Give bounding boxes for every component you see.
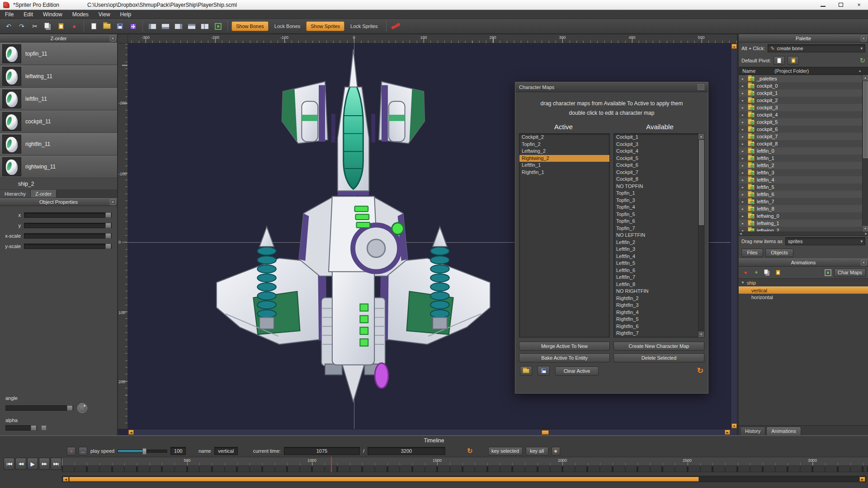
active-list-item[interactable]: Leftwing_2 (519, 148, 609, 155)
available-list-item[interactable]: Cockpit_4 (614, 148, 704, 155)
undo-icon[interactable]: ↶ (3, 20, 14, 32)
zorder-item[interactable]: topfin_11 (0, 42, 117, 65)
play-button[interactable]: ▶ (27, 458, 38, 470)
expand-icon[interactable]: ▸ (742, 84, 745, 88)
create-bone-dropdown[interactable]: ✎ create bone ▾ (768, 44, 865, 52)
folder-row[interactable]: ▸leftfin_2 (739, 162, 868, 169)
expand-icon[interactable]: ▸ (742, 221, 745, 225)
objects-button[interactable]: Objects (765, 249, 793, 257)
folder-row[interactable]: ▸leftwing_2 (739, 227, 868, 231)
folder-row[interactable]: ▸leftfin_8 (739, 205, 868, 212)
redo-icon[interactable]: ↷ (16, 20, 28, 32)
lock-bones-toggle[interactable]: Lock Bones (270, 21, 305, 31)
available-list-item[interactable]: Leftfin_6 (614, 267, 704, 274)
folder-row[interactable]: ▸cockpit_3 (739, 104, 868, 111)
available-list-item[interactable]: Topfin_7 (614, 225, 704, 232)
active-list-item-selected[interactable]: Rightwing_2 (519, 155, 609, 162)
char-maps-button[interactable]: Char Maps (834, 268, 866, 277)
collapse-icon[interactable]: ▼ (741, 281, 745, 285)
expand-icon[interactable]: ▸ (742, 77, 745, 81)
record-icon[interactable]: ● (68, 20, 80, 32)
angle-slider[interactable] (5, 405, 73, 411)
save-charmap-button[interactable] (538, 366, 550, 375)
refresh-icon[interactable]: ↻ (859, 56, 865, 65)
dialog-close-button[interactable] (698, 84, 704, 90)
available-list-scrollbar[interactable]: ▲ ▼ (698, 134, 704, 337)
available-list-item[interactable]: Rightfin_2 (614, 295, 704, 302)
scroll-down-icon[interactable]: ▼ (698, 332, 704, 337)
options-button[interactable]: ... (79, 447, 87, 455)
canvas-vertical-scrollbar[interactable]: ▲ ▼ (731, 43, 737, 429)
folder-row[interactable]: ▸leftfin_3 (739, 169, 868, 176)
clear-active-button[interactable]: Clear Active (555, 366, 599, 375)
animation-length-icon[interactable] (774, 268, 783, 277)
expand-icon[interactable]: ▸ (742, 207, 745, 211)
go-to-end-button[interactable]: ▶▶| (51, 458, 61, 470)
available-list-item[interactable]: NO RIGHTFIN (614, 288, 704, 295)
zorder-item[interactable]: leftfin_11 (0, 88, 117, 110)
scroll-left-icon[interactable]: ◀ (128, 430, 134, 435)
expand-icon[interactable]: ▸ (742, 142, 745, 146)
ship-sprite[interactable] (212, 47, 495, 404)
show-sprites-toggle[interactable]: Show Sprites (306, 21, 344, 31)
folder-row[interactable]: ▸cockpit_0 (739, 82, 868, 89)
tab-history[interactable]: History (740, 427, 765, 435)
folder-row[interactable]: ▸leftfin_4 (739, 176, 868, 183)
menu-view[interactable]: View (94, 10, 115, 19)
refresh-icon[interactable]: ↻ (697, 366, 703, 375)
animation-name-field[interactable]: vertical (214, 447, 238, 455)
expand-icon[interactable]: ▸ (742, 192, 745, 197)
slider-handle[interactable] (105, 233, 111, 239)
pivot-paste-button[interactable] (788, 56, 799, 65)
close-icon[interactable]: × (861, 260, 867, 266)
folder-row[interactable]: ▸cockpit_6 (739, 126, 868, 133)
bone-tool-icon[interactable] (390, 20, 402, 32)
total-time-field[interactable]: 3200 (368, 447, 445, 455)
new-file-icon[interactable] (88, 20, 99, 32)
dialog-title-bar[interactable]: Character Maps (515, 82, 708, 92)
expand-icon[interactable]: ▸ (742, 229, 745, 232)
available-list-item[interactable]: Rightfin_5 (614, 316, 704, 323)
drag-new-items-dropdown[interactable]: sprites ▾ (785, 237, 865, 245)
y-slider[interactable] (24, 223, 112, 228)
slider-handle[interactable] (105, 212, 111, 218)
folder-row[interactable]: ▸leftwing_1 (739, 220, 868, 227)
panel-layout-icon-5[interactable] (199, 20, 211, 32)
active-list-item[interactable]: Leftfin_1 (519, 162, 609, 169)
angle-dial[interactable] (77, 403, 87, 413)
expand-icon[interactable]: ▸ (742, 127, 745, 131)
close-icon[interactable]: × (861, 36, 867, 42)
folder-row[interactable]: ▸leftfin_0 (739, 147, 868, 155)
available-list-item[interactable]: NO TOPFIN (614, 183, 704, 190)
paste-icon[interactable] (55, 20, 67, 32)
folder-row[interactable]: ▸cockpit_2 (739, 97, 868, 104)
available-list-item[interactable]: Topfin_5 (614, 211, 704, 218)
scroll-right-icon[interactable]: ▶ (725, 430, 730, 435)
minimize-button[interactable] (814, 0, 832, 9)
expand-icon[interactable]: ▸ (742, 149, 745, 153)
files-button[interactable]: Files (741, 249, 763, 257)
alpha-slider[interactable] (5, 425, 37, 431)
expand-icon[interactable]: ▸ (742, 106, 745, 110)
active-list[interactable]: Cockpit_2 Topfin_2 Leftwing_2 Rightwing_… (519, 133, 610, 338)
folder-row[interactable]: ▸cockpit_8 (739, 140, 868, 147)
folder-row[interactable]: ▸cockpit_7 (739, 133, 868, 140)
cut-icon[interactable]: ✂ (29, 20, 41, 32)
available-list-item[interactable]: Cockpit_3 (614, 141, 704, 148)
folder-row[interactable]: ▸leftfin_1 (739, 155, 868, 162)
panel-layout-icon-4[interactable] (186, 20, 198, 32)
scroll-up-icon[interactable]: ▲ (731, 44, 737, 49)
timeline-scrollbar[interactable]: ◀ ▶ (62, 476, 866, 482)
file-tree-header[interactable]: Name (Project Folder) ▴ (739, 67, 868, 75)
playhead[interactable] (331, 457, 332, 472)
duplicate-animation-icon[interactable] (763, 268, 772, 277)
available-list-item[interactable]: NO LEFTFIN (614, 232, 704, 239)
folder-row[interactable]: ▸_palettes (739, 75, 868, 82)
tab-zorder[interactable]: Z-order (31, 190, 57, 197)
close-icon[interactable]: × (110, 199, 116, 205)
scrollbar-thumb[interactable] (699, 140, 704, 225)
available-list-item[interactable]: Leftfin_3 (614, 246, 704, 253)
scroll-right-icon[interactable]: ▶ (865, 232, 867, 235)
available-list[interactable]: Cockpit_1 Cockpit_3 Cockpit_4 Cockpit_5 … (613, 133, 704, 338)
available-list-item[interactable]: Rightfin_6 (614, 323, 704, 330)
